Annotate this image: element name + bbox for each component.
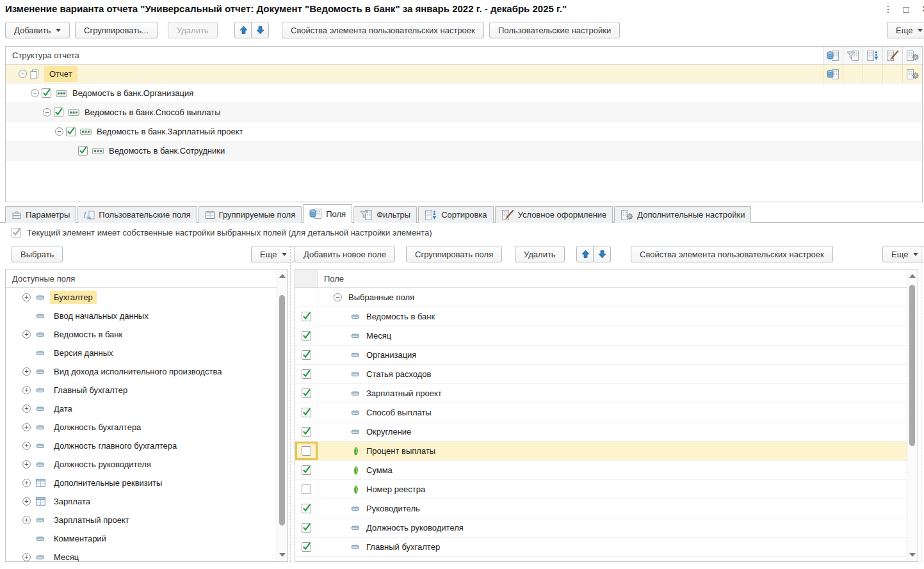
own-settings-checkbox[interactable] <box>12 228 21 237</box>
add-field-button[interactable]: Добавить новое поле <box>295 246 395 262</box>
expander-plus-icon[interactable]: + <box>22 367 31 376</box>
selected-item[interactable]: Ведомость в банк <box>295 307 918 326</box>
element-properties-button[interactable]: Свойства элемента пользовательских настр… <box>282 22 484 38</box>
available-item[interactable]: Версия данных <box>6 344 288 362</box>
column-settings-icon[interactable] <box>902 47 922 64</box>
select-button[interactable]: Выбрать <box>12 246 63 262</box>
available-item[interactable]: +Дополнительные реквизиты <box>6 474 288 492</box>
available-more-button[interactable]: Еще <box>251 246 296 262</box>
selected-more-button[interactable]: Еще <box>882 246 924 262</box>
field-checkbox[interactable] <box>302 350 311 360</box>
available-item[interactable]: +Дата <box>6 399 288 418</box>
expander-plus-icon[interactable]: + <box>22 516 31 524</box>
window-close-icon[interactable]: ✕ <box>918 2 924 16</box>
expander-plus-icon[interactable]: + <box>22 497 31 506</box>
group-fields-button[interactable]: Сгруппировать поля <box>406 246 502 262</box>
available-item[interactable]: +Бухгалтер <box>6 288 288 307</box>
available-item[interactable]: +Зарплата <box>6 492 288 511</box>
cell-empty[interactable] <box>863 65 882 83</box>
cell-fields-icon[interactable] <box>823 65 843 83</box>
tab-formatting[interactable]: Условное оформление <box>495 206 613 223</box>
expander-plus-icon[interactable]: + <box>22 479 31 487</box>
column-fields-icon[interactable] <box>823 47 843 64</box>
structure-row[interactable]: −Отчет <box>6 65 922 84</box>
available-item[interactable]: +Вид дохода исполнительного производства <box>6 362 288 381</box>
delete-field-button[interactable]: Удалить <box>515 246 565 262</box>
expander-plus-icon[interactable]: + <box>22 386 31 394</box>
right-splitter[interactable] <box>921 246 921 562</box>
group-button[interactable]: Сгруппировать... <box>75 22 158 38</box>
selected-item[interactable]: Сумма <box>295 461 918 480</box>
selected-item[interactable]: Должность руководителя <box>295 518 918 538</box>
field-checkbox[interactable] <box>302 485 311 494</box>
available-scrollbar[interactable] <box>277 269 288 561</box>
expander-plus-icon[interactable]: + <box>22 442 31 450</box>
structure-row-checkbox[interactable] <box>42 88 51 98</box>
structure-row-checkbox[interactable] <box>66 127 76 136</box>
tab-parameters[interactable]: Параметры <box>5 206 76 223</box>
structure-row-checkbox[interactable] <box>78 146 88 156</box>
move-down-button[interactable] <box>251 22 269 38</box>
selected-item[interactable]: Бухгалтер <box>295 557 918 562</box>
field-checkbox[interactable] <box>302 331 311 341</box>
structure-row[interactable]: Ведомость в банк.Сотрудники <box>6 141 922 161</box>
column-sort-icon[interactable] <box>863 47 882 64</box>
scroll-down-icon[interactable] <box>279 553 286 557</box>
available-item[interactable]: +Месяц <box>6 548 288 562</box>
column-filter-icon[interactable] <box>843 47 863 64</box>
field-checkbox[interactable] <box>302 523 311 533</box>
field-checkbox[interactable] <box>302 561 311 562</box>
tab-group-fields[interactable]: Группируемые поля <box>199 206 302 223</box>
toolbar-more-button[interactable]: Еще <box>887 22 924 38</box>
field-move-down-button[interactable] <box>593 246 611 262</box>
selected-item[interactable]: Зарплатный проект <box>295 384 918 403</box>
available-item[interactable]: Комментарий <box>6 529 288 548</box>
tab-fields[interactable]: Поля <box>303 204 352 223</box>
expander-minus-icon[interactable]: − <box>43 108 51 116</box>
available-item[interactable]: +Должность главного бухгалтера <box>6 437 288 455</box>
move-up-button[interactable] <box>234 22 252 38</box>
field-checkbox[interactable] <box>302 312 311 321</box>
tab-user-fields[interactable]: f(x)Пользовательские поля <box>77 206 197 223</box>
field-checkbox[interactable] <box>302 408 311 417</box>
field-move-up-button[interactable] <box>576 246 594 262</box>
expander-plus-icon[interactable]: + <box>22 460 31 469</box>
structure-row[interactable]: −Ведомость в банк.Зарплатный проект <box>6 122 922 141</box>
scroll-thumb[interactable] <box>909 285 915 446</box>
scroll-up-icon[interactable] <box>279 274 286 278</box>
expander-minus-icon[interactable]: − <box>19 70 27 78</box>
expander-plus-icon[interactable]: + <box>22 293 31 301</box>
window-maximize-icon[interactable]: □ <box>899 2 913 16</box>
expander-plus-icon[interactable]: + <box>22 553 31 561</box>
field-checkbox[interactable] <box>302 465 311 475</box>
tab-filters[interactable]: Фильтры <box>353 206 417 223</box>
available-item[interactable]: +Должность бухгалтера <box>6 418 288 437</box>
field-checkbox[interactable] <box>302 369 311 379</box>
structure-row[interactable]: −Ведомость в банк.Способ выплаты <box>6 103 922 122</box>
field-checkbox[interactable] <box>302 504 311 513</box>
available-item[interactable]: Ввод начальных данных <box>6 307 288 325</box>
selected-item[interactable]: Округление <box>295 422 918 442</box>
column-format-icon[interactable] <box>882 47 902 64</box>
add-button[interactable]: Добавить <box>5 22 70 38</box>
available-item[interactable]: +Зарплатный проект <box>6 511 288 529</box>
selected-item[interactable]: Организация <box>295 346 918 365</box>
selected-item[interactable]: Месяц <box>295 326 918 346</box>
tab-additional[interactable]: Дополнительные настройки <box>614 206 751 223</box>
selected-item[interactable]: Способ выплаты <box>295 403 918 422</box>
cell-settings-icon[interactable] <box>902 65 922 83</box>
selected-item[interactable]: Главный бухгалтер <box>295 538 918 557</box>
scroll-thumb[interactable] <box>279 295 285 525</box>
available-item[interactable]: +Ведомость в банк <box>6 325 288 344</box>
scroll-up-icon[interactable] <box>909 274 916 278</box>
delete-button[interactable]: Удалить <box>168 22 218 38</box>
tab-sorting[interactable]: Сортировка <box>418 206 493 223</box>
field-checkbox[interactable] <box>302 389 311 398</box>
selected-item[interactable]: Статья расходов <box>295 365 918 384</box>
field-checkbox[interactable] <box>302 427 311 437</box>
expander-plus-icon[interactable]: + <box>22 405 31 413</box>
panel-splitter[interactable] <box>290 246 291 562</box>
available-item[interactable]: +Главный бухгалтер <box>6 381 288 399</box>
structure-row-checkbox[interactable] <box>54 108 63 117</box>
structure-row[interactable]: −Ведомость в банк.Организация <box>6 84 922 103</box>
